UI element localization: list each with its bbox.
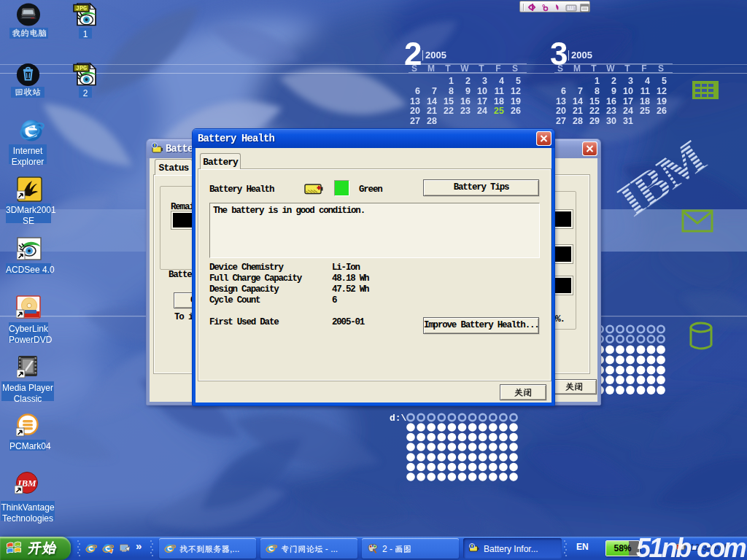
svg-text:JPG: JPG	[76, 65, 87, 72]
svg-text:d:\: d:\	[390, 413, 407, 424]
svg-text:JPG: JPG	[76, 5, 87, 12]
